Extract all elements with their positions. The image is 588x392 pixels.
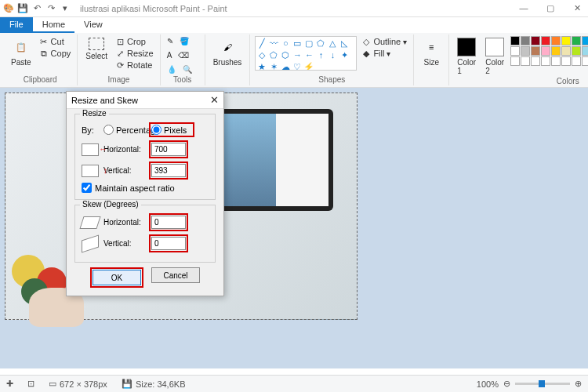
brushes-button[interactable]: 🖌 Brushes [210, 36, 245, 68]
color-swatch[interactable] [551, 46, 561, 56]
tab-file[interactable]: File [0, 17, 33, 33]
dialog-close-button[interactable]: ✕ [210, 94, 219, 106]
color-swatch[interactable] [551, 56, 561, 66]
color-swatch[interactable] [510, 46, 520, 56]
quick-access-toolbar: 🎨 💾 ↶ ↷ ▾ [3, 3, 71, 14]
copy-button[interactable]: ⧉Copy [38, 48, 73, 59]
skew-vertical-input[interactable] [151, 237, 186, 250]
resize-horizontal-input[interactable] [151, 143, 186, 156]
color-swatch[interactable] [521, 46, 530, 56]
minimize-button[interactable]: — [516, 3, 532, 13]
shape-star5[interactable]: ★ [257, 62, 267, 71]
fill-icon: ◆ [361, 49, 371, 58]
shape-heart[interactable]: ♡ [292, 62, 302, 71]
group-tools: ✎ 🪣 A ⌫ 💧 🔍 Tools [161, 34, 205, 85]
paste-icon: 📋 [12, 38, 31, 56]
text-tool[interactable]: A [165, 50, 174, 60]
resize-button[interactable]: ⤢Resize [114, 48, 155, 59]
cut-icon: ✂ [39, 37, 49, 46]
select-icon [89, 38, 104, 50]
qat-dropdown-icon[interactable]: ▾ [60, 3, 71, 14]
color-swatch[interactable] [541, 46, 550, 56]
undo-icon[interactable]: ↶ [31, 3, 42, 14]
crop-icon: ⊡ [115, 37, 125, 46]
tab-home[interactable]: Home [33, 17, 74, 33]
color-swatch[interactable] [551, 36, 561, 45]
shape-arrowd[interactable]: ↓ [328, 50, 337, 60]
color-swatch[interactable] [510, 36, 520, 45]
shape-rtri[interactable]: ◺ [339, 38, 349, 48]
color-swatch[interactable] [531, 56, 540, 66]
fill-tool[interactable]: 🪣 [178, 36, 191, 46]
save-icon[interactable]: 💾 [17, 3, 28, 14]
shape-curve[interactable]: 〰 [269, 38, 278, 48]
color-swatch[interactable] [521, 36, 530, 45]
aspect-ratio-checkbox[interactable]: Maintain aspect ratio [82, 183, 209, 193]
radio-pixels[interactable]: Pixels [151, 125, 192, 135]
shape-pent[interactable]: ⬠ [269, 50, 278, 60]
shape-fill-button[interactable]: ◆Fill ▾ [360, 48, 408, 59]
shape-roundrect[interactable]: ▢ [304, 38, 314, 48]
rotate-button[interactable]: ⟳Rotate [114, 60, 155, 71]
color-swatch[interactable] [582, 46, 588, 56]
shape-arrowl[interactable]: ← [304, 50, 314, 60]
color-swatch[interactable] [572, 36, 581, 45]
tab-view[interactable]: View [74, 17, 112, 33]
shape-star6[interactable]: ✶ [269, 62, 278, 71]
color-swatch[interactable] [521, 56, 530, 66]
color1-button[interactable]: Color 1 [454, 36, 479, 77]
brush-icon: 🖌 [218, 38, 237, 56]
color-swatch[interactable] [561, 56, 571, 66]
color-swatch[interactable] [531, 36, 540, 45]
picker-tool[interactable]: 💧 [165, 64, 178, 74]
color2-button[interactable]: Color 2 [482, 36, 507, 77]
ok-button[interactable]: OK [93, 270, 141, 285]
color-swatch[interactable] [582, 36, 588, 45]
color-swatch[interactable] [541, 36, 550, 45]
maximize-button[interactable]: ▢ [543, 3, 558, 13]
dialog-titlebar[interactable]: Resize and Skew ✕ [67, 92, 223, 109]
color-swatch[interactable] [561, 46, 571, 56]
shape-rect[interactable]: ▭ [292, 38, 302, 48]
cut-button[interactable]: ✂Cut [38, 36, 73, 47]
shape-line[interactable]: ╱ [257, 38, 267, 48]
color-swatch[interactable] [582, 56, 588, 66]
shape-hex[interactable]: ⬡ [281, 50, 290, 60]
paste-button[interactable]: 📋 Paste [8, 36, 34, 68]
radio-percentage[interactable]: Percentage [103, 125, 144, 135]
color-swatch[interactable] [572, 46, 581, 56]
outline-icon: ◇ [361, 37, 371, 46]
shape-arrowr[interactable]: → [292, 50, 302, 60]
crop-button[interactable]: ⊡Crop [114, 36, 155, 47]
color-swatch[interactable] [561, 36, 571, 45]
size-button[interactable]: ≡ Size [419, 36, 444, 68]
zoom-in-button[interactable]: ⊕ [575, 379, 582, 389]
zoom-tool[interactable]: 🔍 [181, 64, 194, 74]
close-button[interactable]: ✕ [569, 3, 585, 13]
shape-oval[interactable]: ○ [281, 38, 290, 48]
app-icon: 🎨 [3, 3, 14, 14]
eraser-tool[interactable]: ⌫ [176, 50, 191, 60]
shape-diamond[interactable]: ◇ [257, 50, 267, 60]
zoom-out-button[interactable]: ⊖ [503, 379, 510, 389]
pencil-tool[interactable]: ✎ [165, 36, 175, 46]
skew-horizontal-input[interactable] [151, 216, 186, 229]
select-button[interactable]: Select [82, 36, 111, 62]
color-swatch[interactable] [510, 56, 520, 66]
zoom-slider[interactable] [515, 383, 570, 385]
color-swatch[interactable] [531, 46, 540, 56]
shape-callout[interactable]: ☁ [281, 62, 290, 71]
shape-poly[interactable]: ⬠ [316, 38, 325, 48]
shape-tri[interactable]: △ [328, 38, 337, 48]
color-swatch[interactable] [541, 56, 550, 66]
cancel-button[interactable]: Cancel [151, 267, 200, 283]
shape-arrowu[interactable]: ↑ [316, 50, 325, 60]
shape-outline-button[interactable]: ◇Outline ▾ [360, 36, 408, 47]
shape-bolt[interactable]: ⚡ [304, 62, 314, 71]
shape-star4[interactable]: ✦ [339, 50, 349, 60]
redo-icon[interactable]: ↷ [45, 3, 56, 14]
group-shapes: ╱〰○▭▢⬠△◺ ◇⬠⬡→←↑↓✦ ★✶☁♡⚡ ◇Outline ▾ ◆Fill… [250, 34, 414, 85]
shapes-gallery[interactable]: ╱〰○▭▢⬠△◺ ◇⬠⬡→←↑↓✦ ★✶☁♡⚡ [255, 36, 357, 71]
resize-vertical-input[interactable] [151, 164, 186, 177]
color-swatch[interactable] [572, 56, 581, 66]
